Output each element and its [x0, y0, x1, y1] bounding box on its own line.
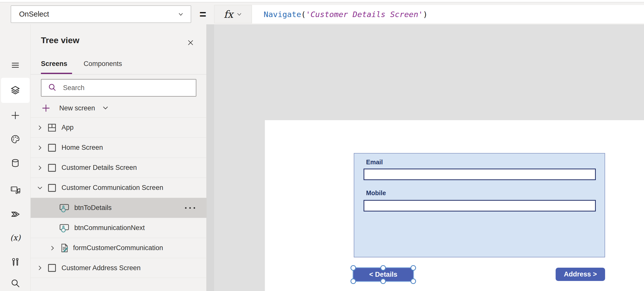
selection-handle-top-left[interactable]: [350, 265, 356, 271]
address-button-label: Address >: [564, 270, 597, 278]
variables-icon: (x): [10, 233, 21, 242]
panel-scrollbar-track: [207, 24, 214, 291]
tree-row-btn-communication-next[interactable]: btnCommunicationNext: [31, 218, 207, 238]
selection-handle-bottom-right[interactable]: [411, 278, 416, 284]
formula-bar: OnSelect = fx Navigate('Customer Details…: [0, 0, 644, 25]
close-panel-button[interactable]: [186, 38, 195, 47]
search-input[interactable]: [63, 80, 196, 96]
media-icon: [10, 184, 21, 195]
property-selector-value: OnSelect: [19, 10, 49, 18]
chevron-right-icon[interactable]: [49, 245, 56, 252]
tree-row-form-customer-communication[interactable]: formCustomerCommunication: [31, 238, 207, 258]
details-button[interactable]: < Details: [353, 268, 413, 281]
selection-handle-top-right[interactable]: [411, 265, 416, 271]
tree-row-customer-communication-screen[interactable]: Customer Communication Screen: [31, 178, 207, 198]
sidebar-item-advanced-tools[interactable]: [0, 250, 31, 274]
email-input[interactable]: [364, 169, 596, 180]
chevron-right-icon[interactable]: [36, 124, 43, 131]
sidebar-item-variables[interactable]: (x): [0, 226, 31, 250]
equals-sign: =: [195, 6, 210, 23]
fx-button[interactable]: fx: [214, 5, 252, 23]
selection-handle-bottom-left[interactable]: [350, 278, 356, 284]
tree-row-customer-address-screen[interactable]: Customer Address Screen: [31, 258, 207, 278]
tree-row-app[interactable]: App: [31, 117, 207, 137]
panel-title: Tree view: [41, 35, 79, 45]
email-label: Email: [366, 159, 383, 166]
tree-row-customer-details-screen[interactable]: Customer Details Screen: [31, 158, 207, 178]
mobile-input[interactable]: [364, 200, 596, 211]
screen-icon: [47, 183, 57, 193]
mobile-label: Mobile: [366, 189, 386, 197]
chevron-down-icon: [236, 11, 242, 17]
sidebar-item-media[interactable]: [0, 178, 31, 202]
plus-icon: [42, 104, 50, 112]
formula-string-arg: 'Customer Details Screen': [306, 10, 423, 19]
chevron-right-icon[interactable]: [36, 164, 43, 171]
tree-row-label: formCustomerCommunication: [73, 244, 163, 252]
form-control-icon: [60, 243, 69, 253]
tree-view-panel: Tree view Screens Components New screen: [31, 24, 207, 291]
close-icon: [186, 38, 195, 47]
tree-row-btn-to-details[interactable]: btnToDetails: [31, 198, 207, 218]
app-screen-canvas[interactable]: Email Mobile < Details Address >: [265, 120, 644, 291]
form-card[interactable]: Email Mobile: [354, 153, 605, 257]
left-rail: (x): [0, 24, 31, 291]
topbar-edge: [0, 0, 644, 2]
screen-icon: [47, 143, 57, 153]
property-selector-dropdown[interactable]: OnSelect: [11, 6, 191, 23]
sidebar-item-search[interactable]: [0, 271, 31, 291]
fx-icon: fx: [224, 9, 233, 19]
sidebar-item-power-automate[interactable]: [0, 202, 31, 226]
active-tab-underline: [41, 73, 72, 74]
divider: [31, 74, 207, 75]
tab-screens[interactable]: Screens: [41, 60, 67, 68]
tree-row-label: btnToDetails: [74, 204, 112, 212]
selection-handle-top-center[interactable]: [380, 265, 386, 271]
tab-components[interactable]: Components: [84, 60, 122, 68]
tree-search-box[interactable]: [41, 79, 196, 97]
power-automate-icon: [10, 209, 21, 220]
new-screen-label: New screen: [59, 104, 95, 112]
chevron-down-icon: [177, 11, 184, 18]
chevron-right-icon[interactable]: [36, 144, 43, 151]
button-control-icon: [59, 223, 70, 233]
chevron-down-icon[interactable]: [36, 184, 43, 191]
tree-row-label: Customer Details Screen: [62, 164, 137, 172]
tools-icon: [10, 257, 21, 267]
sidebar-item-insert[interactable]: [0, 103, 31, 127]
details-button-label: < Details: [369, 271, 397, 278]
hamburger-icon: [10, 60, 21, 70]
sidebar-item-theme[interactable]: [0, 127, 31, 151]
formula-function: Navigate: [264, 10, 301, 19]
screen-icon: [47, 263, 57, 273]
tree-row-home-screen[interactable]: Home Screen: [31, 137, 207, 158]
address-button[interactable]: Address >: [556, 268, 605, 281]
search-icon: [48, 83, 57, 92]
tree-row-label: Home Screen: [62, 144, 103, 152]
sidebar-item-tree-view[interactable]: [0, 78, 31, 102]
plus-icon: [10, 110, 21, 121]
layers-icon: [10, 85, 21, 96]
search-icon: [10, 278, 21, 289]
tree-rows: App Home Screen Customer Details Screen: [31, 117, 207, 278]
tree-row-label: App: [62, 124, 74, 131]
tree-row-label: Customer Address Screen: [62, 264, 141, 272]
power-apps-studio: OnSelect = fx Navigate('Customer Details…: [0, 0, 644, 291]
app-icon: [47, 123, 57, 132]
selection-handle-bottom-center[interactable]: [380, 278, 386, 284]
menu-button[interactable]: [0, 53, 31, 77]
new-screen-button[interactable]: New screen: [42, 101, 109, 115]
tree-row-label: Customer Communication Screen: [62, 184, 163, 192]
design-canvas: Email Mobile < Details Address >: [207, 24, 644, 291]
chevron-right-icon[interactable]: [36, 264, 43, 271]
screen-icon: [47, 163, 57, 173]
palette-icon: [10, 134, 21, 144]
database-icon: [10, 158, 21, 168]
formula-input[interactable]: Navigate('Customer Details Screen'): [252, 5, 644, 23]
chevron-down-icon: [102, 104, 109, 112]
button-control-icon: [59, 203, 70, 213]
sidebar-item-data[interactable]: [0, 151, 31, 175]
more-options-button[interactable]: [185, 207, 195, 209]
tree-row-label: btnCommunicationNext: [74, 224, 145, 232]
